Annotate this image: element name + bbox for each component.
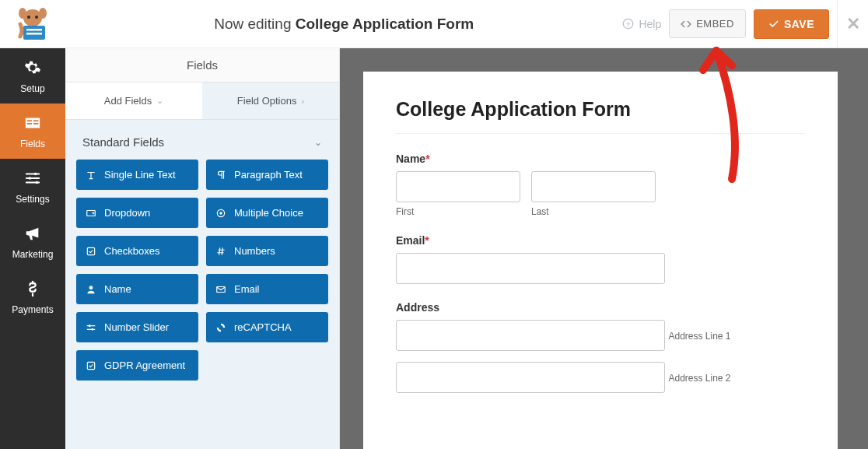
last-name-input[interactable] [531, 171, 656, 202]
tab-add-fields[interactable]: Add Fields ⌄ [65, 82, 202, 119]
field-dropdown[interactable]: Dropdown [76, 198, 198, 228]
svg-point-25 [91, 328, 93, 330]
user-icon [86, 284, 96, 295]
side-nav: Setup Fields Settings Marketing Payments [0, 48, 65, 449]
nav-settings-label: Settings [16, 194, 49, 205]
field-label: Numbers [234, 245, 275, 257]
svg-point-15 [34, 173, 37, 176]
fields-panel: Fields Add Fields ⌄ Field Options › Stan… [65, 48, 340, 449]
dropdown-icon [86, 208, 96, 219]
embed-label: EMBED [696, 18, 734, 30]
email-input[interactable] [396, 253, 665, 284]
recaptcha-icon [215, 322, 226, 333]
nav-setup[interactable]: Setup [0, 48, 65, 103]
panel-header: Fields [65, 48, 339, 82]
svg-point-16 [29, 177, 32, 180]
slider-icon [86, 322, 96, 333]
field-label: reCAPTCHA [234, 321, 292, 333]
field-number-slider[interactable]: Number Slider [76, 312, 198, 342]
required-asterisk: * [425, 234, 429, 247]
field-paragraph-text[interactable]: Paragraph Text [206, 160, 328, 190]
field-email-wrap[interactable]: Email* [396, 234, 805, 284]
email-icon [215, 284, 226, 295]
editing-prefix: Now editing [214, 16, 296, 32]
svg-rect-21 [87, 247, 94, 254]
form-icon [0, 114, 65, 134]
paragraph-icon [215, 170, 226, 181]
save-label: SAVE [784, 18, 814, 30]
tab-options-label: Field Options [237, 95, 297, 107]
field-label: GDPR Agreement [104, 360, 185, 371]
nav-payments-label: Payments [12, 304, 53, 315]
svg-rect-26 [87, 362, 94, 369]
field-label: Email [234, 283, 260, 295]
app-logo [0, 7, 65, 41]
required-asterisk: * [425, 153, 429, 165]
field-label: Paragraph Text [234, 169, 303, 181]
svg-point-22 [89, 286, 93, 289]
field-address-wrap[interactable]: Address Address Line 1 Address Line 2 [396, 301, 805, 396]
group-standard-label: Standard Fields [82, 135, 164, 149]
tab-field-options[interactable]: Field Options › [202, 82, 339, 119]
tab-add-label: Add Fields [104, 95, 152, 107]
gear-icon [0, 59, 65, 79]
svg-point-20 [219, 212, 222, 215]
svg-rect-7 [26, 33, 42, 35]
nav-setup-label: Setup [20, 83, 44, 94]
form-name: College Application Form [296, 16, 474, 32]
svg-point-1 [19, 8, 26, 19]
close-button[interactable]: ✕ [837, 0, 868, 47]
chevron-down-icon: ⌄ [314, 137, 322, 148]
dollar-icon [0, 280, 65, 300]
svg-point-17 [36, 181, 39, 184]
field-recaptcha[interactable]: reCAPTCHA [206, 312, 328, 342]
first-name-input[interactable] [396, 171, 520, 202]
email-label-text: Email [396, 234, 425, 247]
nav-payments[interactable]: Payments [0, 269, 65, 324]
address-line2-input[interactable] [396, 362, 665, 393]
group-standard-fields[interactable]: Standard Fields ⌄ [65, 120, 339, 160]
field-checkboxes[interactable]: Checkboxes [76, 236, 198, 266]
sliders-icon [0, 170, 65, 189]
address-line1-input[interactable] [396, 320, 665, 351]
save-button[interactable]: SAVE [754, 9, 829, 39]
nav-fields[interactable]: Fields [0, 103, 65, 159]
help-link[interactable]: ? Help [622, 18, 661, 30]
bullhorn-icon [0, 225, 65, 244]
top-bar: Now editing College Application Form ? H… [0, 0, 868, 48]
svg-rect-12 [27, 123, 32, 125]
name-label-text: Name [396, 153, 425, 165]
close-icon: ✕ [846, 14, 860, 34]
field-gdpr[interactable]: GDPR Agreement [76, 350, 198, 381]
panel-tabs: Add Fields ⌄ Field Options › [65, 82, 339, 120]
address-line1-sublabel: Address Line 1 [668, 331, 730, 342]
wpforms-logo-icon [14, 7, 51, 41]
nav-marketing[interactable]: Marketing [0, 214, 65, 269]
field-label: Dropdown [104, 207, 150, 219]
field-email[interactable]: Email [206, 274, 328, 304]
field-numbers[interactable]: Numbers [206, 236, 328, 266]
checkbox-icon [86, 246, 96, 257]
field-label: Single Line Text [104, 169, 176, 181]
email-label: Email* [396, 234, 805, 247]
field-single-line-text[interactable]: Single Line Text [76, 160, 198, 190]
embed-button[interactable]: EMBED [669, 9, 746, 38]
form-preview-area: College Application Form Name* First Las… [340, 48, 868, 449]
code-icon [681, 19, 691, 30]
field-name[interactable]: Name [76, 274, 198, 304]
svg-rect-11 [27, 120, 32, 121]
svg-point-3 [27, 16, 30, 19]
form-card: College Application Form Name* First Las… [363, 72, 838, 449]
last-sublabel: Last [531, 206, 656, 217]
field-label: Number Slider [104, 321, 169, 333]
chevron-down-icon: ⌄ [156, 96, 163, 106]
field-name-wrap[interactable]: Name* First Last [396, 153, 805, 217]
field-label: Multiple Choice [234, 207, 303, 219]
field-label: Name [104, 283, 131, 295]
first-sublabel: First [396, 206, 520, 217]
nav-settings[interactable]: Settings [0, 159, 65, 214]
hash-icon [215, 246, 226, 257]
name-label: Name* [396, 153, 805, 165]
field-multiple-choice[interactable]: Multiple Choice [206, 198, 328, 228]
top-actions: ? Help EMBED SAVE [622, 9, 837, 39]
